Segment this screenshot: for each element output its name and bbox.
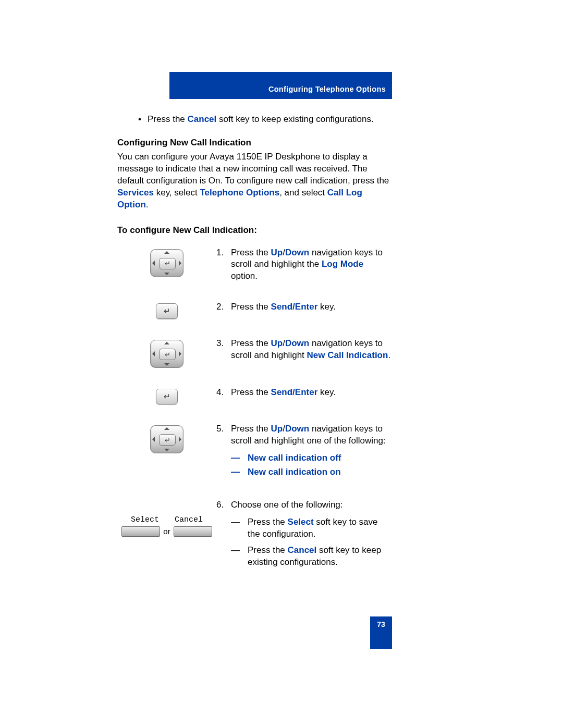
- step-icon-col: ↵: [117, 387, 216, 404]
- step-number: 6.: [216, 499, 231, 571]
- softkey-button: [121, 526, 160, 537]
- softkey-label-select: Select: [131, 515, 159, 525]
- navpad-icon: ↵: [150, 340, 183, 368]
- step-3: ↵ 3. Press the Up/Down navigation keys t…: [117, 338, 391, 368]
- text: Press the: [231, 248, 271, 257]
- or-text: or: [163, 526, 170, 537]
- step-number: 3.: [216, 338, 231, 362]
- dash: —: [231, 545, 248, 569]
- text: Press the: [148, 114, 188, 124]
- key-send-enter: Send/Enter: [271, 387, 318, 397]
- sub-option-b: Press the Cancel soft key to keep existi…: [248, 545, 391, 569]
- step-text: Choose one of the following: — Press the…: [231, 499, 391, 571]
- key-up: Up: [271, 424, 283, 434]
- step-5: ↵ 5. Press the Up/Down navigation keys t…: [117, 423, 391, 480]
- text: Press the: [231, 302, 271, 312]
- step-text: Press the Up/Down navigation keys to scr…: [231, 247, 391, 283]
- page-number: 73: [370, 616, 392, 649]
- text: key.: [317, 302, 336, 312]
- step-1: ↵ 1. Press the Up/Down navigation keys t…: [117, 247, 391, 283]
- step-text: Press the Send/Enter key.: [231, 387, 391, 399]
- intro-bullet-text: Press the Cancel soft key to keep existi…: [148, 114, 374, 126]
- text: option.: [231, 271, 258, 281]
- key-new-call-indication: New Call Indication: [307, 350, 388, 360]
- text: soft key to keep existing configurations…: [216, 114, 373, 124]
- navpad-icon: ↵: [150, 425, 183, 453]
- step-6: Select Cancel or 6. Choose one of the fo…: [117, 499, 391, 571]
- text: key.: [317, 387, 336, 397]
- key-cancel: Cancel: [188, 114, 217, 124]
- softkey-button: [174, 526, 212, 537]
- step-text: Press the Up/Down navigation keys to scr…: [231, 338, 391, 362]
- key-up: Up: [271, 338, 283, 348]
- step-2: ↵ 2. Press the Send/Enter key.: [117, 301, 391, 319]
- text: Choose one of the following:: [231, 500, 343, 510]
- page-header-title: Configuring Telephone Options: [268, 84, 386, 95]
- step-number: 1.: [216, 247, 231, 283]
- text: Press the: [231, 424, 271, 434]
- step-number: 5.: [216, 423, 231, 480]
- navpad-icon: ↵: [150, 249, 183, 277]
- intro-paragraph: You can configure your Avaya 1150E IP De…: [117, 151, 391, 211]
- key-up: Up: [271, 248, 283, 257]
- key-send-enter: Send/Enter: [271, 302, 318, 312]
- enter-key-icon: ↵: [156, 303, 178, 319]
- enter-key-icon: ↵: [156, 389, 178, 404]
- step-icon-col: ↵: [117, 301, 216, 319]
- key-log-mode: Log Mode: [322, 259, 363, 269]
- softkey-label-cancel: Cancel: [175, 515, 203, 525]
- step-number: 4.: [216, 387, 231, 399]
- step-text: Press the Send/Enter key.: [231, 301, 391, 313]
- key-telephone-options: Telephone Options: [200, 188, 279, 198]
- step-icon-col: Select Cancel or: [117, 499, 216, 537]
- text: Press the: [231, 387, 271, 397]
- section-heading: Configuring New Call Indication: [117, 137, 391, 149]
- text: .: [388, 350, 390, 360]
- dash: —: [231, 452, 248, 464]
- key-select: Select: [288, 517, 314, 527]
- step-icon-col: ↵: [117, 423, 216, 453]
- text: , and select: [279, 188, 327, 198]
- document-page: Configuring Telephone Options • Press th…: [0, 0, 563, 728]
- step-number: 2.: [216, 301, 231, 313]
- text: .: [146, 200, 149, 209]
- key-services: Services: [117, 188, 154, 198]
- text: Press the: [231, 338, 271, 348]
- step-text: Press the Up/Down navigation keys to scr…: [231, 423, 391, 480]
- option-on: New call indication on: [248, 466, 341, 478]
- sub-option-a: Press the Select soft key to save the co…: [248, 516, 391, 540]
- key-cancel: Cancel: [288, 545, 317, 555]
- text: You can configure your Avaya 1150E IP De…: [117, 152, 389, 186]
- key-down: Down: [285, 248, 309, 257]
- key-down: Down: [285, 424, 309, 434]
- procedure-heading: To configure New Call Indication:: [117, 225, 391, 237]
- bullet-dot: •: [138, 114, 148, 126]
- page-header-bar: Configuring Telephone Options: [169, 72, 392, 99]
- step-4: ↵ 4. Press the Send/Enter key.: [117, 387, 391, 404]
- text: Press the: [248, 545, 288, 555]
- step-icon-col: ↵: [117, 247, 216, 277]
- intro-bullet: • Press the Cancel soft key to keep exis…: [117, 114, 391, 126]
- dash: —: [231, 466, 248, 478]
- option-off: New call indication off: [248, 452, 341, 464]
- key-down: Down: [285, 338, 309, 348]
- text: key, select: [154, 188, 200, 198]
- dash: —: [231, 516, 248, 540]
- page-content: • Press the Cancel soft key to keep exis…: [117, 114, 391, 571]
- softkeys-icon: Select Cancel or: [121, 515, 212, 537]
- step-icon-col: ↵: [117, 338, 216, 368]
- text: Press the: [248, 517, 288, 527]
